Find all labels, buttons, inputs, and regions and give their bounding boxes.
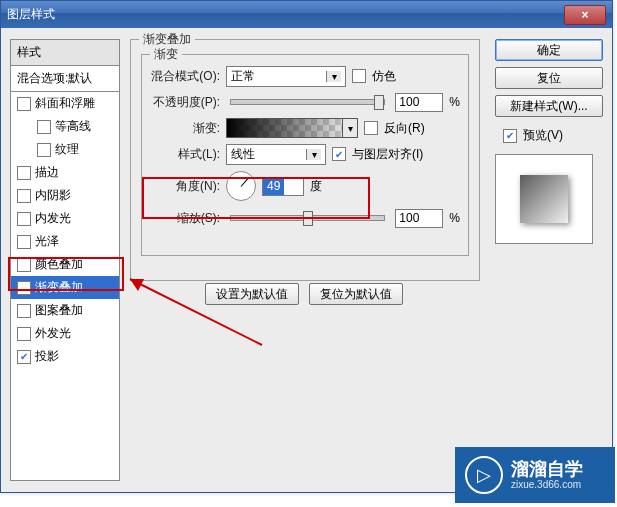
angle-unit-label: 度 [310,178,322,195]
style-item-dropshadow[interactable]: 投影 [11,345,119,368]
watermark: ▷ 溜溜自学 zixue.3d66.com [455,447,615,503]
style-label: 样式(L): [150,146,220,163]
new-style-button[interactable]: 新建样式(W)... [495,95,603,117]
style-checkbox-patternoverlay[interactable] [17,304,31,318]
style-label-patternoverlay: 图案叠加 [35,302,83,319]
chevron-down-icon: ▾ [326,71,341,82]
style-label-innerglow: 内发光 [35,210,71,227]
blending-options-default[interactable]: 混合选项:默认 [11,66,119,92]
style-checkbox-innershadow[interactable] [17,189,31,203]
dither-checkbox[interactable] [352,69,366,83]
close-button[interactable]: × [564,5,606,25]
angle-label: 角度(N): [150,178,220,195]
opacity-slider[interactable] [230,99,385,105]
style-checkbox-dropshadow[interactable] [17,350,31,364]
window-title: 图层样式 [7,6,564,23]
style-checkbox-bevel[interactable] [17,97,31,111]
style-label-contour: 等高线 [55,118,91,135]
reverse-label: 反向(R) [384,120,425,137]
chevron-down-icon: ▾ [342,119,357,137]
preview-label: 预览(V) [523,127,563,144]
gradient-picker[interactable]: ▾ [226,118,358,138]
defaults-row: 设置为默认值 复位为默认值 [130,283,478,305]
set-default-button[interactable]: 设置为默认值 [205,283,299,305]
style-label-coloroverlay: 颜色叠加 [35,256,83,273]
right-panel: 确定 复位 新建样式(W)... 预览(V) [495,39,603,244]
blend-mode-combo[interactable]: 正常 ▾ [226,66,346,87]
pct-label-2: % [449,211,460,225]
scale-slider[interactable] [230,215,385,221]
dialog-body: 样式 混合选项:默认 斜面和浮雕等高线纹理描边内阴影内发光光泽颜色叠加渐变叠加图… [2,29,611,491]
style-checkbox-satin[interactable] [17,235,31,249]
style-label-texture: 纹理 [55,141,79,158]
titlebar[interactable]: 图层样式 × [1,1,612,28]
style-item-patternoverlay[interactable]: 图案叠加 [11,299,119,322]
style-checkbox-gradoverlay[interactable] [17,281,31,295]
style-label-outerglow: 外发光 [35,325,71,342]
gradient-style-value: 线性 [231,146,255,163]
style-item-outerglow[interactable]: 外发光 [11,322,119,345]
style-checkbox-texture[interactable] [37,143,51,157]
style-item-stroke[interactable]: 描边 [11,161,119,184]
style-label-gradoverlay: 渐变叠加 [35,279,83,296]
style-item-coloroverlay[interactable]: 颜色叠加 [11,253,119,276]
angle-dial[interactable] [226,171,256,201]
style-item-satin[interactable]: 光泽 [11,230,119,253]
watermark-title: 溜溜自学 [511,460,583,480]
gradient-label: 渐变: [150,120,220,137]
styles-header[interactable]: 样式 [11,40,119,66]
gradient-overlay-group: 渐变叠加 渐变 混合模式(O): 正常 ▾ 仿色 不透明度(P): 100 [130,39,480,281]
opacity-input[interactable]: 100 [395,93,443,112]
style-item-innerglow[interactable]: 内发光 [11,207,119,230]
dither-label: 仿色 [372,68,396,85]
ok-button[interactable]: 确定 [495,39,603,61]
gradient-inner-group: 渐变 混合模式(O): 正常 ▾ 仿色 不透明度(P): 100 % [141,54,469,256]
style-label-dropshadow: 投影 [35,348,59,365]
style-checkbox-outerglow[interactable] [17,327,31,341]
style-checkbox-contour[interactable] [37,120,51,134]
blend-mode-value: 正常 [231,68,255,85]
opacity-label: 不透明度(P): [150,94,220,111]
scale-label: 缩放(S): [150,210,220,227]
style-checkbox-stroke[interactable] [17,166,31,180]
style-checkbox-coloroverlay[interactable] [17,258,31,272]
preview-thumbnail [495,154,593,244]
dialog-layer-style: 图层样式 × 样式 混合选项:默认 斜面和浮雕等高线纹理描边内阴影内发光光泽颜色… [0,0,613,493]
watermark-url: zixue.3d66.com [511,479,583,490]
scale-input[interactable]: 100 [395,209,443,228]
blend-mode-label: 混合模式(O): [150,68,220,85]
style-label-satin: 光泽 [35,233,59,250]
styles-list: 样式 混合选项:默认 斜面和浮雕等高线纹理描边内阴影内发光光泽颜色叠加渐变叠加图… [10,39,120,481]
style-label-stroke: 描边 [35,164,59,181]
reset-default-button[interactable]: 复位为默认值 [309,283,403,305]
close-icon: × [581,8,588,22]
watermark-logo-icon: ▷ [465,456,503,494]
style-item-gradoverlay[interactable]: 渐变叠加 [11,276,119,299]
preview-swatch [520,175,568,223]
align-layer-label: 与图层对齐(I) [352,146,423,163]
style-label-innershadow: 内阴影 [35,187,71,204]
style-label-bevel: 斜面和浮雕 [35,95,95,112]
cancel-button[interactable]: 复位 [495,67,603,89]
gradient-style-combo[interactable]: 线性 ▾ [226,144,326,165]
style-item-texture[interactable]: 纹理 [11,138,119,161]
align-layer-checkbox[interactable] [332,147,346,161]
inner-group-title: 渐变 [150,46,182,63]
style-checkbox-innerglow[interactable] [17,212,31,226]
reverse-checkbox[interactable] [364,121,378,135]
pct-label: % [449,95,460,109]
style-item-bevel[interactable]: 斜面和浮雕 [11,92,119,115]
style-item-contour[interactable]: 等高线 [11,115,119,138]
angle-input[interactable]: 49 [262,177,304,196]
preview-checkbox[interactable] [503,129,517,143]
chevron-down-icon: ▾ [306,149,321,160]
style-item-innershadow[interactable]: 内阴影 [11,184,119,207]
